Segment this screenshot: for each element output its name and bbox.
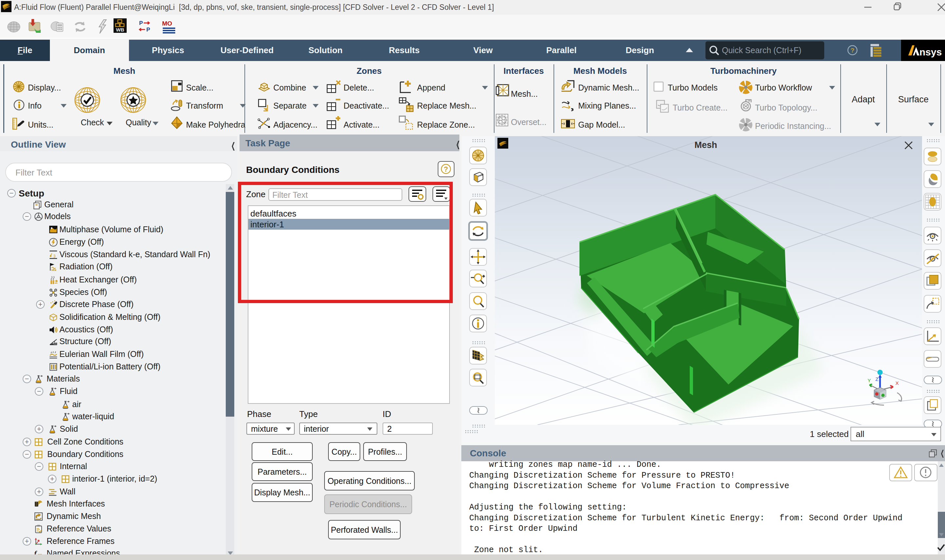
svg-text:3: 3 (54, 254, 56, 258)
svg-text:WB: WB (116, 27, 125, 32)
svg-text:?: ? (851, 47, 854, 54)
svg-text:Y: Y (868, 378, 871, 383)
svg-text:X: X (896, 380, 899, 386)
svg-text:?: ? (443, 165, 448, 173)
svg-text:P: P (139, 20, 143, 26)
svg-text:MO: MO (162, 20, 172, 27)
svg-text:𝓲: 𝓲 (49, 252, 52, 258)
svg-text:Z: Z (876, 376, 879, 382)
svg-text:P: P (146, 26, 150, 33)
svg-text:nsys: nsys (919, 46, 942, 57)
